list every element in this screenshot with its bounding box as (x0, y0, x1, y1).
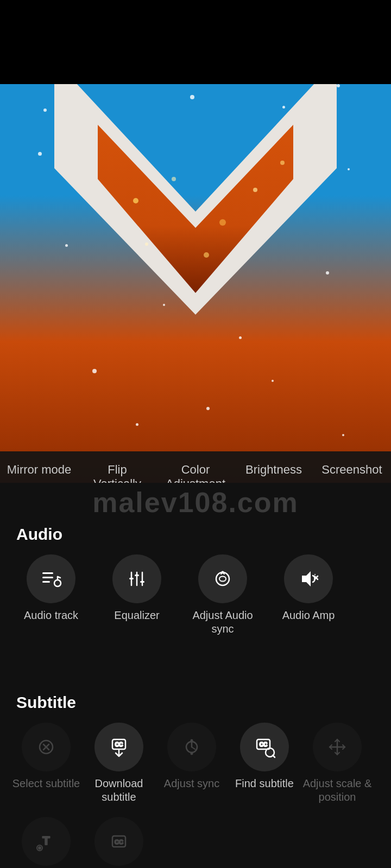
svg-line-33 (192, 747, 195, 749)
download-subtitle-icon: CC (94, 723, 143, 771)
svg-point-0 (133, 198, 138, 203)
audio-amp-label: Audio Amp (282, 609, 335, 622)
download-subtitle-label: Download subtitle (84, 777, 154, 804)
svg-point-3 (253, 188, 257, 192)
svg-rect-16 (129, 578, 134, 579)
find-subtitle-icon: CC (240, 723, 289, 771)
svg-rect-18 (140, 581, 144, 583)
subtitle-text-encoding-icon: CC (94, 817, 143, 866)
svg-point-44 (39, 847, 41, 849)
download-subtitle-button[interactable]: CC Download subtitle (84, 723, 154, 804)
svg-point-1 (172, 177, 176, 181)
svg-point-6 (280, 161, 285, 165)
adjust-scale-position-icon (313, 723, 362, 771)
svg-line-39 (273, 755, 275, 757)
toolbar-mirror-mode[interactable]: Mirror mode (0, 463, 78, 477)
svg-point-4 (204, 252, 209, 258)
adjust-audio-sync-button[interactable]: Adjust Audio sync (182, 554, 263, 636)
svg-point-10 (54, 580, 61, 586)
equalizer-icon (112, 554, 161, 603)
adjust-audio-sync-icon (198, 554, 247, 603)
audio-amp-button[interactable]: Audio Amp (268, 554, 349, 622)
svg-point-19 (216, 572, 229, 585)
subtitle-section-title: Subtitle (0, 684, 391, 717)
audio-icon-row: Audio track Equalizer (0, 549, 391, 641)
subtitle-text-encoding-button[interactable]: CC Subtitle text encoding (84, 817, 154, 868)
adjust-color-size-button[interactable]: T Adjust color & size (11, 817, 81, 868)
svg-point-34 (191, 739, 193, 742)
svg-text:CC: CC (115, 839, 123, 845)
select-subtitle-icon (22, 723, 71, 771)
audio-amp-icon (284, 554, 333, 603)
adjust-sync-icon (167, 723, 216, 771)
subtitle-section: Subtitle Select subtitle (0, 684, 391, 868)
top-black-bar (0, 0, 391, 84)
svg-text:T: T (42, 834, 50, 847)
equalizer-button[interactable]: Equalizer (97, 554, 177, 622)
subtitle-row1: Select subtitle CC Download subtitle (0, 717, 391, 809)
svg-text:CC: CC (260, 742, 267, 748)
adjust-audio-sync-label: Adjust Audio sync (182, 609, 263, 636)
adjust-scale-position-label: Adjust scale & position (302, 777, 373, 804)
svg-rect-8 (42, 577, 53, 578)
toolbar-brightness[interactable]: Brightness (235, 463, 313, 477)
find-subtitle-label: Find subtitle (235, 777, 294, 790)
adjust-color-size-icon: T (22, 817, 71, 866)
select-subtitle-button[interactable]: Select subtitle (11, 723, 81, 790)
svg-rect-9 (42, 581, 50, 583)
adjust-sync-button[interactable]: Adjust sync (156, 723, 227, 790)
audio-track-button[interactable]: Audio track (11, 554, 91, 622)
svg-marker-21 (302, 571, 311, 586)
audio-section-title: Audio (0, 515, 391, 549)
audio-track-label: Audio track (24, 609, 78, 622)
toolbar-color-adjustment[interactable]: Color Adjustment (156, 448, 235, 488)
find-subtitle-button[interactable]: CC Find subtitle (229, 723, 300, 790)
subtitle-row2: T Adjust color & size CC Subtitle text e… (0, 809, 391, 868)
svg-point-35 (191, 752, 193, 755)
svg-point-2 (219, 219, 226, 226)
adjust-sync-label: Adjust sync (164, 777, 219, 790)
select-subtitle-label: Select subtitle (12, 777, 80, 790)
watermark-text: malev108.com (92, 486, 299, 519)
adjust-scale-position-button[interactable]: Adjust scale & position (302, 723, 373, 804)
audio-track-icon (27, 554, 75, 603)
toolbar-flip-vertically[interactable]: Flip Vertically (78, 448, 156, 488)
bottom-panel: malev108.com Audio Audio track (0, 483, 391, 868)
svg-rect-7 (42, 572, 53, 574)
svg-rect-17 (135, 575, 139, 576)
audio-section: Audio Audio track (0, 515, 391, 641)
equalizer-label: Equalizer (114, 609, 159, 622)
svg-point-5 (145, 242, 148, 246)
toolbar-screenshot[interactable]: Screenshot (313, 463, 391, 477)
svg-text:CC: CC (115, 742, 123, 748)
